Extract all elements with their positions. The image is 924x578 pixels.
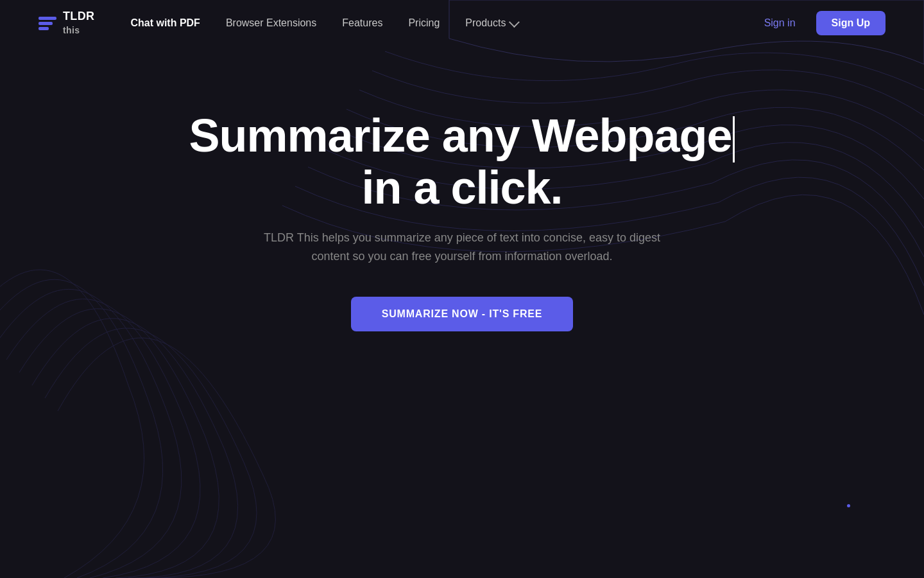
chevron-down-icon	[509, 17, 520, 28]
hero-section: Summarize any Webpage in a click. TLDR T…	[0, 46, 924, 331]
logo-bar-2	[38, 22, 53, 25]
nav-link-browser-extensions[interactable]: Browser Extensions	[216, 12, 327, 34]
sign-in-button[interactable]: Sign in	[754, 12, 806, 34]
logo-text-block: TLDRthis	[63, 10, 94, 37]
logo-bar-1	[38, 17, 56, 20]
cta-summarize-button[interactable]: SUMMARIZE NOW - IT'S FREE	[351, 297, 573, 331]
nav-link-pricing[interactable]: Pricing	[398, 12, 450, 34]
logo-bar-3	[38, 27, 49, 30]
hero-subtitle: TLDR This helps you summarize any piece …	[263, 229, 661, 266]
nav-left: TLDRthis Chat with PDF Browser Extension…	[38, 10, 527, 37]
nav-link-products[interactable]: Products	[455, 12, 527, 34]
decorative-dot	[847, 504, 850, 507]
sign-up-button[interactable]: Sign Up	[816, 11, 886, 35]
logo-text: TLDRthis	[63, 10, 94, 37]
nav-links: Chat with PDF Browser Extensions Feature…	[120, 12, 527, 34]
nav-link-chat-with-pdf[interactable]: Chat with PDF	[120, 12, 210, 34]
cursor-blink	[733, 116, 735, 162]
nav-link-features[interactable]: Features	[332, 12, 393, 34]
hero-title: Summarize any Webpage in a click.	[189, 110, 735, 213]
logo-icon	[38, 17, 56, 30]
nav-right: Sign in Sign Up	[754, 11, 886, 35]
navbar: TLDRthis Chat with PDF Browser Extension…	[0, 0, 924, 46]
logo[interactable]: TLDRthis	[38, 10, 94, 37]
